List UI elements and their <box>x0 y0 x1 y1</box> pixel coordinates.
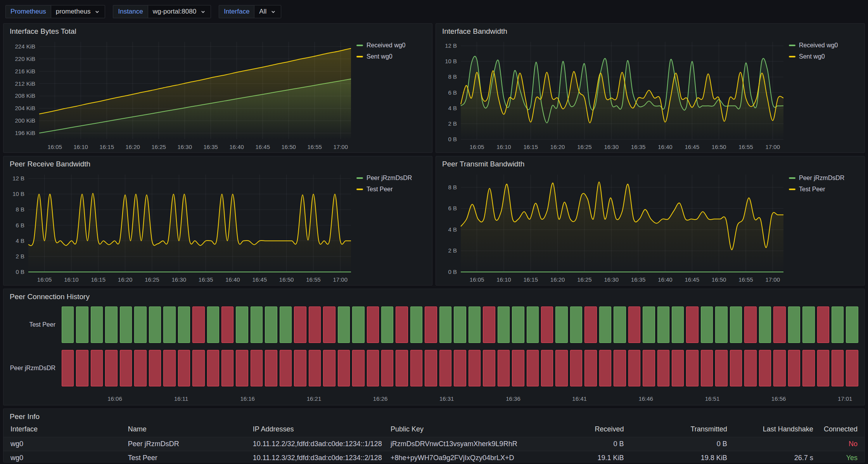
state-bar-connected[interactable] <box>76 306 88 343</box>
time-series-chart[interactable]: 0 B2 B4 B6 B8 B10 B12 B16:0516:1016:1516… <box>436 36 789 152</box>
chart-canvas[interactable]: 0 B2 B4 B6 B8 B10 B12 B16:0516:1016:1516… <box>3 169 356 285</box>
chart-canvas[interactable]: 0 B2 B4 B6 B8 B10 B12 B16:0516:1016:1516… <box>436 36 789 152</box>
panel-title[interactable]: Peer Transmit Bandwidth <box>436 156 865 169</box>
state-bar-disconnected[interactable] <box>76 350 88 386</box>
legend-item[interactable]: Peer jRzmDsDR <box>356 175 432 182</box>
state-bar-disconnected[interactable] <box>367 306 379 343</box>
var-interface-label[interactable]: Interface <box>219 5 254 18</box>
state-bar-disconnected[interactable] <box>62 350 74 386</box>
state-bar-connected[interactable] <box>730 306 742 343</box>
column-header[interactable]: Name <box>124 422 249 437</box>
column-header[interactable]: IP Addresses <box>249 422 387 437</box>
chart-canvas[interactable]: 196 KiB200 KiB204 KiB208 KiB212 KiB216 K… <box>3 36 356 152</box>
state-bar-disconnected[interactable] <box>265 350 277 386</box>
state-bar-disconnected[interactable] <box>773 350 785 386</box>
state-bar-disconnected[interactable] <box>788 350 800 386</box>
state-bar-disconnected[interactable] <box>483 306 495 343</box>
state-bar-disconnected[interactable] <box>381 350 393 386</box>
state-bar-connected[interactable] <box>410 306 422 343</box>
panel-title[interactable]: Peer Connection History <box>3 289 865 302</box>
time-series-chart[interactable]: 196 KiB200 KiB204 KiB208 KiB212 KiB216 K… <box>3 36 356 152</box>
state-bar-connected[interactable] <box>352 306 364 343</box>
state-bar-disconnected[interactable] <box>802 350 814 386</box>
state-bar-disconnected[interactable] <box>628 350 640 386</box>
table-row[interactable]: wg0Test Peer10.11.12.3/32,fdfd:d3ad:c0de… <box>3 451 865 463</box>
state-bar-connected[interactable] <box>715 306 727 343</box>
state-bar-connected[interactable] <box>614 306 626 343</box>
state-bar-disconnected[interactable] <box>294 306 306 343</box>
state-bar-disconnected[interactable] <box>744 306 756 343</box>
state-bar-connected[interactable] <box>657 306 669 343</box>
state-bar-disconnected[interactable] <box>512 350 524 386</box>
state-bar-disconnected[interactable] <box>207 350 219 386</box>
var-instance-select[interactable]: wg-portal:8080 <box>148 5 211 18</box>
column-header[interactable]: Connected <box>817 422 865 437</box>
panel-title[interactable]: Interface Bytes Total <box>3 24 432 36</box>
state-bar-disconnected[interactable] <box>744 350 756 386</box>
state-bar-disconnected[interactable] <box>105 350 117 386</box>
state-bar-disconnected[interactable] <box>192 306 204 343</box>
state-bar-disconnected[interactable] <box>715 350 727 386</box>
state-bar-disconnected[interactable] <box>91 350 103 386</box>
state-bar-disconnected[interactable] <box>236 350 248 386</box>
legend-item[interactable]: Test Peer <box>789 186 865 193</box>
state-bar-disconnected[interactable] <box>584 306 597 343</box>
state-bar-connected[interactable] <box>439 306 451 343</box>
legend-item[interactable]: Received wg0 <box>356 42 432 49</box>
state-bar-disconnected[interactable] <box>439 350 451 386</box>
column-header[interactable]: Interface <box>3 422 124 437</box>
state-bar-connected[interactable] <box>207 306 219 343</box>
table-row[interactable]: wg0Peer jRzmDsDR10.11.12.2/32,fdfd:d3ad:… <box>3 437 865 451</box>
state-bar-disconnected[interactable] <box>425 350 437 386</box>
state-bar-connected[interactable] <box>469 306 481 343</box>
state-bar-disconnected[interactable] <box>309 350 321 386</box>
column-header[interactable]: Transmitted <box>628 422 731 437</box>
state-bar-disconnected[interactable] <box>323 306 335 343</box>
state-bar-connected[interactable] <box>512 306 524 343</box>
state-bar-disconnected[interactable] <box>294 350 306 386</box>
state-bar-disconnected[interactable] <box>469 350 481 386</box>
legend-item[interactable]: Received wg0 <box>789 42 865 49</box>
state-bar-disconnected[interactable] <box>686 350 698 386</box>
state-bar-disconnected[interactable] <box>221 350 233 386</box>
panel-title[interactable]: Peer Info <box>3 409 865 422</box>
state-bar-connected[interactable] <box>454 306 466 343</box>
state-bar-connected[interactable] <box>643 306 655 343</box>
state-bar-disconnected[interactable] <box>730 350 742 386</box>
panel-title[interactable]: Interface Bandwidth <box>436 24 865 36</box>
state-bar-disconnected[interactable] <box>309 306 321 343</box>
state-bar-disconnected[interactable] <box>221 306 233 343</box>
state-bar-connected[interactable] <box>846 306 858 343</box>
state-bar-connected[interactable] <box>236 306 248 343</box>
time-series-chart[interactable]: 0 B2 B4 B6 B8 B10 B12 B16:0516:1016:1516… <box>3 169 356 285</box>
state-bar-disconnected[interactable] <box>251 350 263 386</box>
state-bar-connected[interactable] <box>599 306 611 343</box>
state-bar-connected[interactable] <box>527 306 539 343</box>
state-bar-connected[interactable] <box>134 306 146 343</box>
state-bar-connected[interactable] <box>338 306 350 343</box>
state-bar-connected[interactable] <box>265 306 277 343</box>
state-bar-connected[interactable] <box>802 306 814 343</box>
state-bar-disconnected[interactable] <box>584 350 597 386</box>
state-bar-disconnected[interactable] <box>163 350 175 386</box>
state-bar-disconnected[interactable] <box>817 350 829 386</box>
var-interface-select[interactable]: All <box>254 5 281 18</box>
var-datasource-select[interactable]: prometheus <box>51 5 105 18</box>
state-bar-connected[interactable] <box>672 306 684 343</box>
state-bar-connected[interactable] <box>381 306 393 343</box>
state-bar-disconnected[interactable] <box>817 306 829 343</box>
state-bar-disconnected[interactable] <box>396 306 408 343</box>
state-bar-connected[interactable] <box>91 306 103 343</box>
state-bar-disconnected[interactable] <box>555 350 567 386</box>
state-bar-connected[interactable] <box>251 306 263 343</box>
state-bar-disconnected[interactable] <box>425 306 437 343</box>
chart-canvas[interactable]: 0 B2 B4 B6 B8 B16:0516:1016:1516:2016:25… <box>436 169 789 285</box>
state-bar-disconnected[interactable] <box>614 350 626 386</box>
state-bar-disconnected[interactable] <box>483 350 495 386</box>
state-bar-disconnected[interactable] <box>192 350 204 386</box>
legend-item[interactable]: Sent wg0 <box>789 53 865 60</box>
state-bar-disconnected[interactable] <box>773 306 785 343</box>
state-bar-connected[interactable] <box>105 306 117 343</box>
state-bar-disconnected[interactable] <box>396 350 408 386</box>
var-instance-label[interactable]: Instance <box>113 5 147 18</box>
